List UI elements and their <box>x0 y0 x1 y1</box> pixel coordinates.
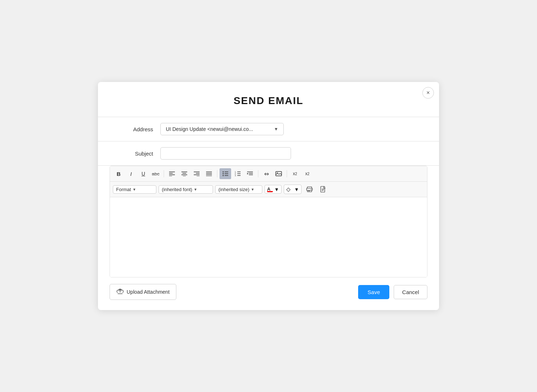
save-button[interactable]: Save <box>358 285 389 299</box>
align-left-button[interactable] <box>166 168 178 179</box>
highlight-button[interactable]: ◇ ▼ <box>284 185 302 194</box>
address-label: Address <box>110 126 153 132</box>
close-button[interactable]: × <box>422 87 434 99</box>
subject-input[interactable] <box>160 147 291 160</box>
image-button[interactable] <box>273 168 284 179</box>
font-color-chevron-icon: ▼ <box>274 187 279 192</box>
size-chevron-icon: ▼ <box>251 187 254 191</box>
align-right-button[interactable] <box>191 168 202 179</box>
upload-attachment-button[interactable]: Upload Attachment <box>110 284 176 300</box>
bold-button[interactable]: B <box>113 168 124 179</box>
size-label: (inherited size) <box>218 187 249 192</box>
superscript-button[interactable]: x2 <box>302 168 313 179</box>
toolbar-separator4 <box>287 170 287 177</box>
pdf-button[interactable] <box>317 184 329 195</box>
toolbar-separator3 <box>258 170 258 177</box>
svg-point-18 <box>223 173 224 174</box>
underline-button[interactable]: U <box>138 168 149 179</box>
footer-row: Upload Attachment Save Cancel <box>98 277 439 301</box>
svg-marker-31 <box>247 173 249 174</box>
print-button[interactable] <box>304 184 315 195</box>
font-label: (inherited font) <box>162 187 192 192</box>
svg-rect-37 <box>308 191 310 191</box>
upload-icon <box>116 288 124 296</box>
dialog-header: SEND EMAIL <box>98 82 439 117</box>
format-label: Format <box>116 187 131 192</box>
strikethrough-button[interactable]: abc <box>150 168 161 179</box>
align-justify-button[interactable] <box>203 168 215 179</box>
highlight-icon: ◇ <box>286 186 293 193</box>
toolbar-row2: Format ▼ (inherited font) ▼ (inherited s… <box>110 182 427 197</box>
svg-text:3.: 3. <box>235 174 236 176</box>
send-email-dialog: × SEND EMAIL Address UI Design Update <n… <box>98 82 439 310</box>
indent-button[interactable] <box>244 168 256 179</box>
svg-point-20 <box>223 175 224 176</box>
font-dropdown[interactable]: (inherited font) ▼ <box>159 185 213 194</box>
list-ordered-button[interactable]: 1.2.3. <box>232 168 243 179</box>
address-row: Address UI Design Update <newui@newui.co… <box>98 117 439 141</box>
action-buttons: Save Cancel <box>358 285 427 299</box>
toolbar-separator2 <box>217 170 217 177</box>
align-center-button[interactable] <box>179 168 190 179</box>
subject-row: Subject <box>98 141 439 166</box>
close-icon: × <box>426 90 430 96</box>
list-bullet-button[interactable] <box>220 168 231 179</box>
svg-point-39 <box>311 189 312 190</box>
svg-point-16 <box>223 172 224 173</box>
link-button[interactable]: ⇔ <box>261 168 272 179</box>
subject-label: Subject <box>110 150 153 157</box>
upload-label: Upload Attachment <box>127 289 169 295</box>
font-color-label: A <box>267 186 273 192</box>
chevron-down-icon: ▼ <box>274 127 278 132</box>
svg-rect-40 <box>321 186 325 192</box>
highlight-chevron-icon: ▼ <box>294 187 299 192</box>
font-chevron-icon: ▼ <box>194 187 197 191</box>
address-dropdown[interactable]: UI Design Update <newui@newui.co... ▼ <box>160 123 284 135</box>
editor-body[interactable] <box>110 197 427 277</box>
toolbar-row1: B I U abc 1.2.3. <box>110 166 427 182</box>
address-value: UI Design Update <newui@newui.co... <box>166 126 253 132</box>
dialog-title: SEND EMAIL <box>98 95 439 107</box>
italic-button[interactable]: I <box>125 168 137 179</box>
subscript-button[interactable]: x2 <box>289 168 301 179</box>
cancel-button[interactable]: Cancel <box>394 285 427 299</box>
font-color-button[interactable]: A ▼ <box>265 185 282 194</box>
size-dropdown[interactable]: (inherited size) ▼ <box>215 185 262 194</box>
format-chevron-icon: ▼ <box>132 187 136 191</box>
toolbar-separator <box>164 170 164 177</box>
format-dropdown[interactable]: Format ▼ <box>113 185 156 194</box>
editor-area: B I U abc 1.2.3. <box>110 166 427 277</box>
